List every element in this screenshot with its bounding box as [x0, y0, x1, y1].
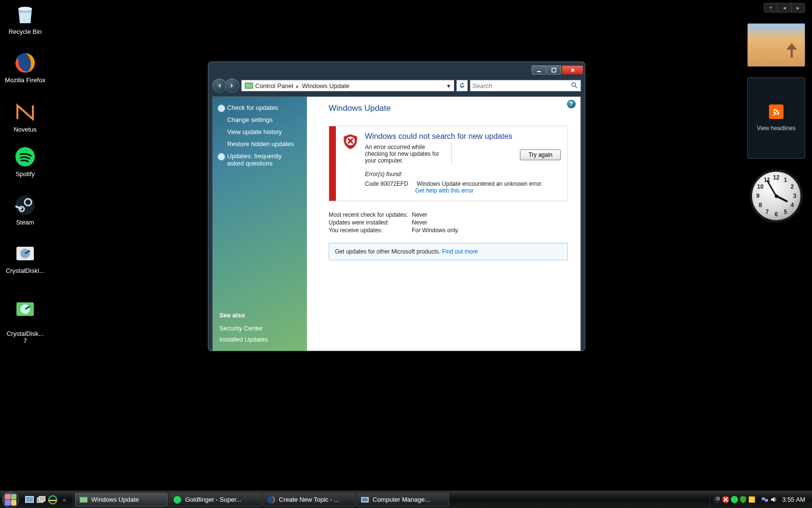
- desktop-icon-label: Spotify: [15, 170, 35, 178]
- status-value: Never: [412, 219, 427, 226]
- desktop-icon-label: Novetus: [14, 126, 37, 133]
- gadget-next-button[interactable]: ▸: [792, 3, 805, 12]
- feed-gadget[interactable]: View headlines: [747, 77, 805, 159]
- breadcrumb-root[interactable]: Control Panel: [255, 82, 302, 90]
- breadcrumb[interactable]: Control Panel Windows Update ▾: [241, 80, 454, 91]
- svg-rect-30: [765, 499, 768, 501]
- search-input[interactable]: [472, 82, 571, 90]
- window-titlebar[interactable]: [208, 61, 585, 78]
- start-button[interactable]: [0, 491, 21, 508]
- taskbar-tasks: Windows Update Goldfinger - Super... Cre…: [73, 491, 710, 508]
- promo-link[interactable]: Find out more: [442, 248, 478, 255]
- tray-volume-icon[interactable]: [769, 495, 778, 504]
- error-help-link[interactable]: Get help with this error: [415, 187, 474, 194]
- task-windows-update[interactable]: Windows Update: [75, 493, 168, 507]
- sidebar-task-check-updates[interactable]: Check for updates: [213, 102, 307, 114]
- desktop-icon-firefox[interactable]: Mozilla Firefox: [4, 51, 46, 84]
- windows-update-window: Control Panel Windows Update ▾ Check for…: [208, 61, 585, 351]
- status-value: For Windows only.: [412, 227, 459, 234]
- status-key: You receive updates:: [329, 227, 412, 234]
- recycle-bin-icon: [14, 3, 37, 26]
- promo-box: Get updates for other Microsoft products…: [329, 243, 568, 260]
- tray-clock[interactable]: 3:55 AM: [778, 496, 809, 503]
- steam-icon: [14, 194, 37, 217]
- desktop-icon-spotify[interactable]: Spotify: [4, 145, 46, 178]
- ql-flip3d[interactable]: [36, 494, 46, 505]
- svg-point-20: [174, 496, 181, 504]
- breadcrumb-leaf[interactable]: Windows Update: [302, 82, 349, 90]
- error-stripe: [329, 126, 336, 201]
- sidebar-task-view-history[interactable]: View update history: [213, 126, 307, 138]
- sidebar-task-change-settings[interactable]: Change settings: [213, 114, 307, 126]
- crystaldiskinfo7-icon: [14, 298, 37, 321]
- tray-update-icon[interactable]: [748, 495, 756, 504]
- sidebar-task-restore-hidden[interactable]: Restore hidden updates: [213, 138, 307, 150]
- desktop-icon-steam[interactable]: Steam: [4, 194, 46, 226]
- shield-error-icon: [341, 132, 360, 151]
- breadcrumb-dropdown[interactable]: ▾: [444, 81, 453, 90]
- close-button[interactable]: [562, 65, 583, 75]
- desktop-icon-label: Recycle Bin: [9, 28, 42, 35]
- desktop-icon-label: CrystalDiskI...: [6, 267, 44, 274]
- ql-ie[interactable]: [47, 494, 58, 505]
- desktop-icon-novetus[interactable]: Novetus: [4, 101, 46, 133]
- clock-face: 121234567891011: [750, 169, 803, 223]
- status-key: Updates were installed:: [329, 219, 412, 226]
- svg-rect-17: [39, 496, 45, 501]
- gadget-prev-button[interactable]: ◂: [778, 3, 791, 12]
- svg-rect-19: [80, 497, 87, 502]
- sidebar: Check for updates Change settings View u…: [213, 97, 307, 351]
- error-title: Windows could not search for new updates: [365, 132, 561, 141]
- error-code-row: Code 80072EFD Windows Update encountered…: [365, 180, 561, 194]
- minimize-button[interactable]: [532, 65, 546, 75]
- address-bar: Control Panel Windows Update ▾: [212, 78, 581, 93]
- task-firefox[interactable]: Create New Topic - ...: [262, 493, 355, 507]
- control-panel-icon: [245, 81, 253, 90]
- desktop-icon-recycle-bin[interactable]: Recycle Bin: [4, 3, 46, 35]
- see-also-heading: See also: [219, 312, 300, 319]
- gadget-controls: + ◂ ▸: [764, 3, 805, 13]
- error-code: Code 80072EFD: [365, 180, 415, 187]
- status-table: Most recent check for updates:Never Upda…: [329, 211, 568, 234]
- svg-point-27: [731, 496, 738, 503]
- windows-orb-icon: [2, 491, 19, 508]
- ql-show-desktop[interactable]: [24, 494, 35, 505]
- desktop-icon-label: Steam: [16, 219, 34, 226]
- see-also-installed-updates[interactable]: Installed Updates: [219, 334, 300, 345]
- svg-point-0: [18, 7, 32, 11]
- svg-rect-23: [362, 498, 367, 501]
- spotify-icon: [14, 145, 37, 168]
- nav-forward-button[interactable]: [225, 78, 239, 93]
- gadget-add-button[interactable]: +: [764, 3, 778, 12]
- maximize-button[interactable]: [547, 65, 561, 75]
- system-tray: 3:55 AM: [710, 491, 812, 508]
- clock-gadget[interactable]: 121234567891011: [747, 169, 805, 223]
- search-box[interactable]: [470, 80, 581, 91]
- ql-chevron[interactable]: »: [59, 494, 70, 505]
- novetus-icon: [14, 101, 37, 124]
- desktop-icon-label: Mozilla Firefox: [5, 76, 45, 84]
- tray-steam-icon[interactable]: [713, 495, 721, 504]
- rss-icon: [769, 105, 783, 119]
- feed-label: View headlines: [757, 125, 796, 132]
- help-icon[interactable]: ?: [567, 100, 576, 108]
- sidebar-see-also: See also Security Center Installed Updat…: [213, 307, 307, 345]
- task-computer-management[interactable]: Computer Manage...: [356, 493, 449, 507]
- refresh-button[interactable]: [456, 80, 468, 91]
- task-spotify[interactable]: Goldfinger - Super...: [169, 493, 261, 507]
- tray-network-icon[interactable]: [761, 495, 769, 504]
- see-also-security-center[interactable]: Security Center: [219, 323, 300, 334]
- svg-rect-28: [749, 496, 755, 503]
- desktop-icon-crystaldiskinfo7[interactable]: CrystalDisk... 7: [4, 290, 46, 344]
- error-description: An error occurred while checking for new…: [365, 144, 452, 165]
- svg-rect-11: [552, 68, 556, 72]
- sidebar-task-faq[interactable]: Updates: frequently asked questions: [213, 150, 307, 169]
- status-value: Never: [412, 211, 427, 218]
- desktop-icon-crystaldiskinfo[interactable]: CrystalDiskI...: [4, 242, 46, 274]
- try-again-button[interactable]: Try again: [520, 149, 561, 160]
- tray-security-icon[interactable]: [739, 495, 747, 504]
- tray-spotify-icon[interactable]: [730, 495, 739, 504]
- slideshow-gadget[interactable]: [747, 23, 805, 67]
- tray-blocked-icon[interactable]: [722, 495, 730, 504]
- search-icon: [571, 82, 579, 90]
